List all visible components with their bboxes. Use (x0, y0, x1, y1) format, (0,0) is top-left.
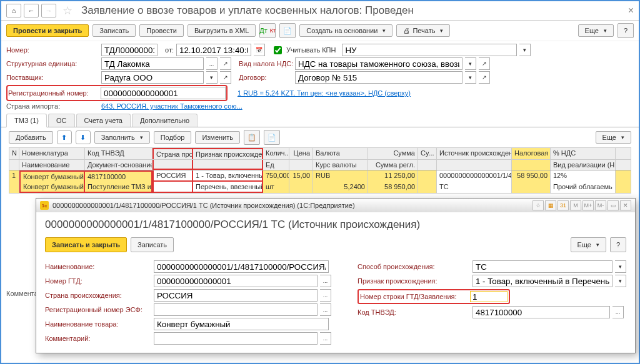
help-icon[interactable]: ? (618, 23, 634, 38)
dialog-title: 0000000000000001/1/4817100000/РОССИЯ/1 Т… (52, 202, 355, 209)
dlg-komm[interactable] (154, 332, 318, 345)
up-icon[interactable]: ⬆ (57, 130, 72, 144)
doc-icon[interactable]: 📄 (279, 23, 296, 38)
star-icon[interactable]: ☆ (62, 4, 72, 17)
dlg-naim[interactable] (154, 260, 329, 273)
dlg-strana[interactable] (154, 289, 318, 302)
priz-dd[interactable]: ▾ (615, 275, 626, 287)
izmenit-button[interactable]: Изменить (195, 131, 240, 144)
struct-open[interactable]: ↗ (220, 57, 231, 70)
forward-icon[interactable]: → (41, 4, 56, 17)
pechat-button[interactable]: 🖨 Печать (396, 24, 450, 37)
m-icon[interactable]: M (570, 200, 581, 210)
strana-label: Страна импорта: (6, 102, 99, 110)
paste-icon[interactable]: 📄 (264, 130, 280, 145)
attach-icon[interactable]: ДтКт (259, 23, 276, 38)
struct-sel[interactable]: ... (206, 57, 218, 70)
post-dd[interactable]: ▾ (206, 71, 218, 84)
dlg-zapisat[interactable]: Записать (131, 237, 174, 252)
kod-sel[interactable]: ... (612, 306, 624, 318)
gtd-sel[interactable]: ... (320, 275, 331, 287)
fav-icon[interactable]: ☆ (532, 200, 544, 210)
grid-esche-button[interactable]: Еще (596, 131, 631, 144)
dlg-regesf[interactable] (154, 303, 318, 316)
dlg-help-icon[interactable]: ? (610, 237, 626, 252)
vygruzit-xml-button[interactable]: Выгрузить в XML (188, 24, 256, 37)
ot-input[interactable] (176, 44, 251, 56)
regesf-sel[interactable]: ... (320, 303, 331, 316)
reg-label: Регистрационный номер: (8, 89, 101, 97)
dlg-naimtov[interactable] (154, 318, 329, 330)
back-icon[interactable]: ← (24, 4, 39, 17)
struct-input[interactable] (101, 57, 204, 70)
dlg-min-icon[interactable]: ▭ (608, 200, 619, 210)
dialog-heading: 0000000000000001/1/4817100000/РОССИЯ/1 Т… (45, 219, 626, 231)
dogovor-input[interactable] (295, 71, 462, 84)
dlg-nstr[interactable] (470, 291, 508, 302)
struct-label: Структурная единица: (6, 60, 99, 67)
rate-link[interactable]: 1 RUB = 5,24 KZT, Тип цен: <не указан>, … (238, 89, 411, 97)
post-open[interactable]: ↗ (220, 71, 231, 84)
kpn-dd[interactable]: ▾ (519, 44, 531, 56)
home-icon[interactable]: ⌂ (6, 4, 21, 17)
zapisat-button[interactable]: Записать (92, 24, 136, 37)
reg-input[interactable] (101, 87, 226, 99)
dogovor-dd[interactable]: ▾ (465, 71, 476, 84)
zapolnit-button[interactable]: Заполнить (94, 131, 150, 144)
provesti-button[interactable]: Провести (139, 24, 184, 37)
sozdat-button[interactable]: Создать на основании (299, 24, 392, 37)
komm-sel[interactable]: ... (320, 332, 331, 345)
vid-open[interactable]: ↗ (479, 57, 490, 70)
mminus-icon[interactable]: M- (595, 200, 606, 210)
post-label: Поставщик: (6, 74, 99, 81)
kpn-label: Учитывать КПН (286, 46, 336, 54)
kpn-input[interactable] (342, 44, 517, 56)
dogovor-open[interactable]: ↗ (479, 71, 490, 84)
close-icon[interactable]: × (628, 5, 634, 16)
grid: N Номенклатура Код ТНВЭД Страна происхож… (9, 147, 631, 194)
esche-button[interactable]: Еще (578, 24, 614, 37)
tab-os[interactable]: ОС (48, 114, 75, 127)
kpn-checkbox[interactable] (274, 46, 282, 54)
dlg-priz[interactable] (472, 275, 612, 287)
dlg-gtd[interactable] (154, 275, 318, 287)
mplus-icon[interactable]: M+ (582, 200, 594, 210)
tab-tmz[interactable]: ТМЗ (1) (6, 114, 47, 127)
calc-icon[interactable]: ▦ (545, 200, 556, 210)
podbor-button[interactable]: Подбор (154, 131, 192, 144)
komment-label: Коммента (6, 290, 38, 297)
dlg-esche[interactable]: Еще (571, 237, 606, 252)
app-icon: 1c (40, 201, 49, 210)
page-title: Заявление о ввозе товаров и уплате косве… (81, 4, 414, 17)
copy-icon[interactable]: 📋 (244, 130, 260, 145)
dlg-kod[interactable] (472, 306, 610, 318)
table-row[interactable]: Конверт бумажный Поступление ТМЗ и ... П… (9, 182, 631, 193)
table-row[interactable]: 1 Конверт бумажный 4817100000 РОССИЯ 1 -… (9, 170, 631, 182)
strana-link[interactable]: 643, РОССИЯ, участник Таможенного сою... (101, 102, 242, 110)
dlg-close-icon[interactable]: ✕ (620, 200, 631, 210)
strana-sel[interactable]: ... (320, 289, 331, 302)
post-input[interactable] (101, 71, 204, 84)
down-icon[interactable]: ⬇ (76, 130, 91, 144)
vid-dd[interactable]: ▾ (465, 57, 476, 70)
nomer-input[interactable] (101, 44, 158, 56)
origin-dialog: 1c 0000000000000001/1/4817100000/РОССИЯ/… (36, 198, 636, 353)
calendar-icon[interactable]: 📅 (254, 44, 265, 56)
tab-scheta[interactable]: Счета учета (76, 114, 131, 127)
sposob-dd[interactable]: ▾ (615, 260, 626, 273)
nomer-label: Номер: (6, 46, 99, 54)
dobavit-button[interactable]: Добавить (9, 131, 53, 144)
dogovor-label: Договор: (239, 74, 292, 81)
vid-label: Вид налога НДС: (239, 60, 292, 67)
ot-label: от: (165, 46, 174, 54)
provesti-zakryt-button[interactable]: Провести и закрыть (6, 24, 89, 37)
dlg-sposob[interactable] (472, 260, 612, 273)
dlg-zapisat-zakryt[interactable]: Записать и закрыть (45, 237, 127, 252)
vid-input[interactable] (295, 57, 462, 70)
tab-dop[interactable]: Дополнительно (132, 114, 198, 127)
cal-icon[interactable]: 31 (558, 200, 569, 210)
